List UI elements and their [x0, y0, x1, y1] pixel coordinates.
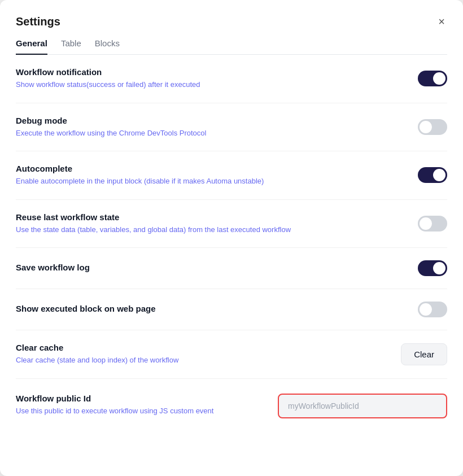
toggle-workflow-notification[interactable] [418, 71, 447, 86]
setting-info-workflow-public-id: Workflow public Id Use this public id to… [16, 391, 278, 417]
setting-info-show-executed-block: Show executed block on web page [16, 304, 418, 316]
tab-general[interactable]: General [16, 38, 47, 55]
setting-desc-clear-cache: Clear cache (state and loop index) of th… [16, 355, 378, 366]
setting-title-debug-mode: Debug mode [16, 116, 395, 125]
setting-clear-cache: Clear cache Clear cache (state and loop … [16, 330, 447, 379]
toggle-slider-save-workflow-log [418, 260, 447, 276]
setting-info-save-workflow-log: Save workflow log [16, 263, 418, 274]
toggle-save-workflow-log[interactable] [418, 260, 447, 276]
toggle-autocomplete[interactable] [418, 167, 447, 183]
settings-modal: Settings × General Table Blocks Workflow… [0, 0, 463, 476]
setting-title-workflow-public-id: Workflow public Id [16, 394, 255, 403]
close-button[interactable]: × [436, 14, 447, 29]
setting-title-autocomplete: Autocomplete [16, 164, 395, 173]
modal-header: Settings × [16, 14, 447, 29]
toggle-slider-reuse-workflow-state [418, 216, 447, 232]
tabs-bar: General Table Blocks [16, 38, 447, 55]
setting-reuse-workflow-state: Reuse last workflow state Use the state … [16, 200, 447, 248]
toggle-reuse-workflow-state[interactable] [418, 216, 447, 232]
setting-title-reuse-workflow-state: Reuse last workflow state [16, 212, 395, 222]
setting-info-debug-mode: Debug mode Execute the workflow using th… [16, 116, 418, 139]
setting-desc-autocomplete: Enable autocomplete in the input block (… [16, 176, 395, 187]
setting-autocomplete: Autocomplete Enable autocomplete in the … [16, 151, 447, 200]
toggle-slider-show-executed-block [418, 302, 447, 317]
setting-workflow-notification: Workflow notification Show workflow stat… [16, 55, 447, 103]
setting-title-clear-cache: Clear cache [16, 343, 378, 352]
setting-info-autocomplete: Autocomplete Enable autocomplete in the … [16, 164, 418, 187]
setting-workflow-public-id: Workflow public Id Use this public id to… [16, 379, 447, 431]
setting-desc-debug-mode: Execute the workflow using the Chrome De… [16, 128, 395, 139]
public-id-input-wrap [278, 391, 447, 418]
setting-title-show-executed-block: Show executed block on web page [16, 304, 395, 313]
toggle-slider-autocomplete [418, 167, 447, 183]
setting-show-executed-block: Show executed block on web page [16, 289, 447, 330]
setting-info-clear-cache: Clear cache Clear cache (state and loop … [16, 343, 401, 366]
setting-desc-workflow-notification: Show workflow status(success or failed) … [16, 79, 395, 90]
toggle-debug-mode[interactable] [418, 119, 447, 135]
setting-info-reuse-workflow-state: Reuse last workflow state Use the state … [16, 212, 418, 235]
settings-list: Workflow notification Show workflow stat… [16, 55, 447, 431]
modal-title: Settings [16, 15, 60, 28]
clear-cache-button[interactable]: Clear [401, 343, 447, 365]
setting-save-workflow-log: Save workflow log [16, 248, 447, 289]
setting-info-workflow-notification: Workflow notification Show workflow stat… [16, 67, 418, 90]
tab-table[interactable]: Table [61, 38, 81, 55]
toggle-slider-debug-mode [418, 119, 447, 135]
setting-title-save-workflow-log: Save workflow log [16, 263, 395, 272]
setting-title-workflow-notification: Workflow notification [16, 67, 395, 77]
toggle-slider-workflow-notification [418, 71, 447, 86]
setting-desc-workflow-public-id: Use this public id to execute workflow u… [16, 405, 255, 417]
setting-debug-mode: Debug mode Execute the workflow using th… [16, 103, 447, 152]
toggle-show-executed-block[interactable] [418, 302, 447, 317]
setting-desc-reuse-workflow-state: Use the state data (table, variables, an… [16, 224, 395, 235]
workflow-public-id-input[interactable] [278, 394, 447, 418]
tab-blocks[interactable]: Blocks [95, 38, 120, 55]
